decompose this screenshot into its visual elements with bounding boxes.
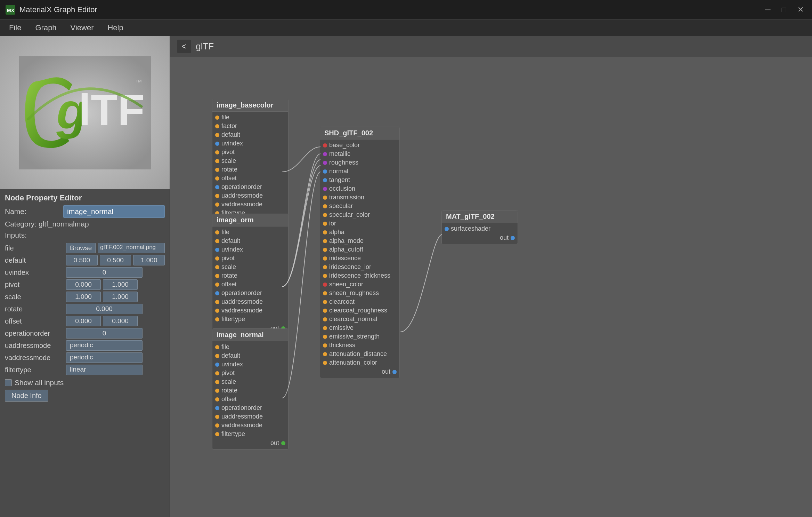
node-image-orm[interactable]: image_orm file default uvindex pivot sca…: [212, 214, 289, 335]
offset-v1[interactable]: [66, 316, 101, 326]
input-filtertype-label: filtertype: [5, 366, 64, 374]
port-row: operationorder: [212, 289, 288, 297]
port-row: rotate: [212, 386, 288, 395]
port-dot: [215, 389, 219, 393]
node-shd-body: base_color metallic roughness normal tan…: [320, 140, 399, 378]
graph-back-button[interactable]: <: [177, 40, 191, 53]
pivot-v1[interactable]: [66, 279, 101, 290]
default-v1[interactable]: [66, 255, 98, 265]
input-scale-row: scale: [5, 292, 165, 302]
port-label: rotate: [221, 387, 237, 394]
port-label: vaddressmode: [221, 307, 262, 314]
node-image-normal[interactable]: image_normal file default uvindex pivot …: [212, 328, 289, 450]
port-label: uaddressmode: [221, 298, 263, 305]
input-uaddr-row: uaddressmode periodic: [5, 340, 165, 351]
category-label: Category:: [5, 220, 36, 228]
node-image-basecolor[interactable]: image_basecolor file factor default uvin…: [212, 99, 289, 229]
port-label: scale: [221, 157, 236, 165]
port-dot: [215, 415, 219, 419]
rotate-v1[interactable]: [66, 304, 143, 314]
node-mat-gltf[interactable]: MAT_glTF_002 surfaceshader out: [441, 210, 518, 244]
port-dot: [323, 300, 327, 304]
port-label: filtertype: [221, 430, 245, 438]
node-info-button[interactable]: Node Info: [5, 390, 48, 402]
gltf-preview: g lTF ™: [0, 36, 170, 189]
port-row: sheen_color: [320, 280, 399, 289]
menu-help[interactable]: Help: [101, 21, 129, 34]
show-all-checkbox[interactable]: [5, 379, 12, 386]
port-label: file: [221, 229, 229, 236]
menu-graph[interactable]: Graph: [29, 21, 63, 34]
svg-text:™: ™: [135, 78, 142, 86]
port-row: vaddressmode: [212, 200, 288, 209]
port-row: surfaceshader: [442, 224, 518, 233]
input-pivot-row: pivot: [5, 279, 165, 290]
maximize-button[interactable]: □: [779, 4, 789, 16]
port-row: uaddressmode: [212, 297, 288, 306]
default-v2[interactable]: [100, 255, 131, 265]
node-normal-body: file default uvindex pivot scale rotate …: [212, 341, 288, 449]
port-label: occlusion: [329, 185, 355, 192]
vaddr-dropdown[interactable]: periodic: [66, 352, 143, 363]
filtertype-dropdown[interactable]: linear: [66, 365, 143, 375]
scale-v2[interactable]: [103, 292, 138, 302]
uaddr-dropdown[interactable]: periodic: [66, 340, 143, 351]
port-label: uvindex: [221, 140, 243, 147]
port-label: file: [221, 343, 229, 351]
port-label: surfaceshader: [451, 225, 490, 232]
port-label: pivot: [221, 369, 235, 377]
pivot-v2[interactable]: [103, 279, 138, 290]
port-row: ior: [320, 219, 399, 228]
port-row: emissive_strength: [320, 332, 399, 341]
right-panel: < glTF image_basecolor file factor defau…: [170, 36, 812, 517]
node-shd-gltf[interactable]: SHD_glTF_002 base_color metallic roughne…: [320, 127, 400, 378]
out-label: out: [270, 439, 279, 447]
property-editor: Node Property Editor Name: Category: glt…: [0, 189, 170, 517]
port-label: filtertype: [221, 316, 245, 323]
property-editor-title: Node Property Editor: [5, 193, 165, 202]
port-row: rotate: [212, 271, 288, 280]
port-dot: [323, 326, 327, 330]
input-vaddr-row: vaddressmode periodic: [5, 352, 165, 363]
graph-canvas[interactable]: image_basecolor file factor default uvin…: [170, 57, 812, 517]
scale-v1[interactable]: [66, 292, 101, 302]
port-row: operationorder: [212, 183, 288, 191]
port-row: alpha_cutoff: [320, 245, 399, 254]
port-row: attenuation_color: [320, 358, 399, 367]
show-all-label: Show all inputs: [15, 379, 64, 387]
port-label: uaddressmode: [221, 192, 263, 199]
port-dot: [323, 230, 327, 234]
port-dot: [323, 343, 327, 348]
port-label: thickness: [329, 342, 355, 349]
port-dot: [215, 124, 219, 128]
uvindex-v1[interactable]: [66, 267, 143, 278]
offset-v2[interactable]: [103, 316, 138, 326]
node-mat-body: surfaceshader out: [442, 223, 518, 244]
input-vaddr-label: vaddressmode: [5, 354, 64, 362]
port-row: scale: [212, 157, 288, 165]
minimize-button[interactable]: ─: [762, 4, 773, 16]
default-v3[interactable]: [133, 255, 165, 265]
port-row: sheen_roughness: [320, 289, 399, 297]
port-dot: [323, 222, 327, 226]
port-row: default: [212, 351, 288, 360]
port-row: metallic: [320, 150, 399, 158]
menu-bar: File Graph Viewer Help: [0, 19, 812, 36]
port-label: metallic: [329, 150, 350, 158]
close-button[interactable]: ✕: [795, 4, 806, 16]
menu-viewer[interactable]: Viewer: [64, 21, 100, 34]
port-row: specular: [320, 202, 399, 210]
port-dot: [215, 202, 219, 207]
inputs-label: Inputs:: [5, 231, 165, 239]
name-input[interactable]: [63, 205, 165, 218]
port-dot: [323, 152, 327, 156]
menu-file[interactable]: File: [3, 21, 27, 34]
browse-button[interactable]: Browse: [66, 243, 96, 253]
port-label: ior: [329, 220, 336, 227]
input-scale-label: scale: [5, 293, 64, 301]
category-row: Category: gltf_normalmap: [5, 220, 165, 228]
port-row: attenuation_distance: [320, 350, 399, 358]
port-label: sheen_roughness: [329, 289, 379, 297]
port-dot: [215, 300, 219, 304]
oporder-v1[interactable]: [66, 328, 143, 339]
